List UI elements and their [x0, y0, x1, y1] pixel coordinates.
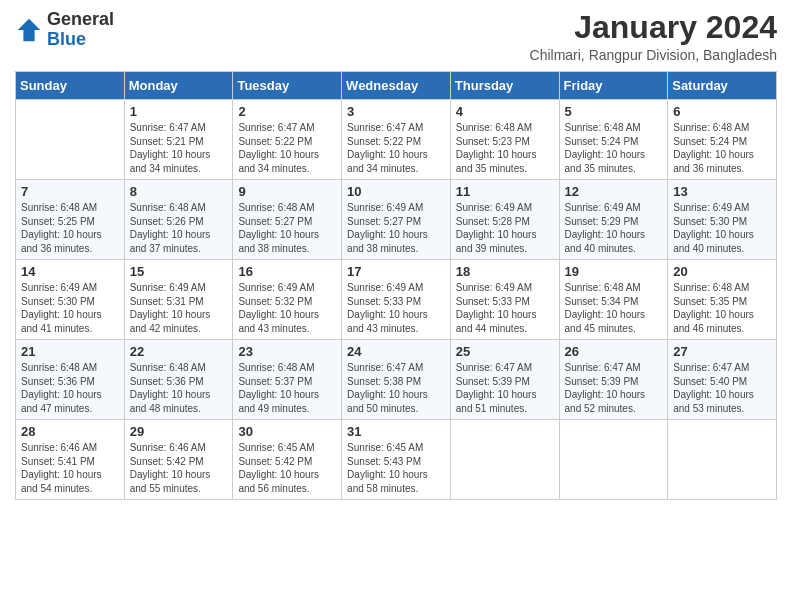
- calendar-body: 1Sunrise: 6:47 AM Sunset: 5:21 PM Daylig…: [16, 100, 777, 500]
- calendar-cell: 2Sunrise: 6:47 AM Sunset: 5:22 PM Daylig…: [233, 100, 342, 180]
- header-cell-sunday: Sunday: [16, 72, 125, 100]
- calendar-cell: 6Sunrise: 6:48 AM Sunset: 5:24 PM Daylig…: [668, 100, 777, 180]
- header-cell-wednesday: Wednesday: [342, 72, 451, 100]
- calendar-week-4: 21Sunrise: 6:48 AM Sunset: 5:36 PM Dayli…: [16, 340, 777, 420]
- calendar-title: January 2024: [530, 10, 777, 45]
- calendar-cell: 15Sunrise: 6:49 AM Sunset: 5:31 PM Dayli…: [124, 260, 233, 340]
- logo-text: General Blue: [47, 10, 114, 50]
- calendar-cell: 20Sunrise: 6:48 AM Sunset: 5:35 PM Dayli…: [668, 260, 777, 340]
- day-number: 9: [238, 184, 336, 199]
- header-cell-friday: Friday: [559, 72, 668, 100]
- day-info: Sunrise: 6:49 AM Sunset: 5:30 PM Dayligh…: [21, 281, 119, 335]
- day-number: 26: [565, 344, 663, 359]
- day-info: Sunrise: 6:47 AM Sunset: 5:22 PM Dayligh…: [347, 121, 445, 175]
- day-info: Sunrise: 6:48 AM Sunset: 5:24 PM Dayligh…: [673, 121, 771, 175]
- logo-blue: Blue: [47, 29, 86, 49]
- page-header: General Blue January 2024 Chilmari, Rang…: [15, 10, 777, 63]
- calendar-header: SundayMondayTuesdayWednesdayThursdayFrid…: [16, 72, 777, 100]
- header-cell-saturday: Saturday: [668, 72, 777, 100]
- day-number: 19: [565, 264, 663, 279]
- day-info: Sunrise: 6:48 AM Sunset: 5:24 PM Dayligh…: [565, 121, 663, 175]
- day-number: 7: [21, 184, 119, 199]
- day-number: 1: [130, 104, 228, 119]
- calendar-cell: 22Sunrise: 6:48 AM Sunset: 5:36 PM Dayli…: [124, 340, 233, 420]
- day-number: 27: [673, 344, 771, 359]
- day-info: Sunrise: 6:47 AM Sunset: 5:21 PM Dayligh…: [130, 121, 228, 175]
- header-cell-thursday: Thursday: [450, 72, 559, 100]
- calendar-cell: 5Sunrise: 6:48 AM Sunset: 5:24 PM Daylig…: [559, 100, 668, 180]
- day-info: Sunrise: 6:47 AM Sunset: 5:39 PM Dayligh…: [565, 361, 663, 415]
- day-info: Sunrise: 6:49 AM Sunset: 5:31 PM Dayligh…: [130, 281, 228, 335]
- day-info: Sunrise: 6:45 AM Sunset: 5:43 PM Dayligh…: [347, 441, 445, 495]
- calendar-table: SundayMondayTuesdayWednesdayThursdayFrid…: [15, 71, 777, 500]
- day-info: Sunrise: 6:49 AM Sunset: 5:28 PM Dayligh…: [456, 201, 554, 255]
- day-info: Sunrise: 6:48 AM Sunset: 5:35 PM Dayligh…: [673, 281, 771, 335]
- calendar-cell: 25Sunrise: 6:47 AM Sunset: 5:39 PM Dayli…: [450, 340, 559, 420]
- calendar-cell: [668, 420, 777, 500]
- day-number: 20: [673, 264, 771, 279]
- calendar-cell: 19Sunrise: 6:48 AM Sunset: 5:34 PM Dayli…: [559, 260, 668, 340]
- calendar-cell: 4Sunrise: 6:48 AM Sunset: 5:23 PM Daylig…: [450, 100, 559, 180]
- calendar-cell: 29Sunrise: 6:46 AM Sunset: 5:42 PM Dayli…: [124, 420, 233, 500]
- day-info: Sunrise: 6:47 AM Sunset: 5:38 PM Dayligh…: [347, 361, 445, 415]
- day-info: Sunrise: 6:45 AM Sunset: 5:42 PM Dayligh…: [238, 441, 336, 495]
- day-info: Sunrise: 6:48 AM Sunset: 5:26 PM Dayligh…: [130, 201, 228, 255]
- calendar-cell: 31Sunrise: 6:45 AM Sunset: 5:43 PM Dayli…: [342, 420, 451, 500]
- svg-marker-0: [18, 19, 40, 41]
- day-number: 22: [130, 344, 228, 359]
- logo-general: General: [47, 9, 114, 29]
- day-info: Sunrise: 6:48 AM Sunset: 5:27 PM Dayligh…: [238, 201, 336, 255]
- title-block: January 2024 Chilmari, Rangpur Division,…: [530, 10, 777, 63]
- day-number: 2: [238, 104, 336, 119]
- calendar-cell: 26Sunrise: 6:47 AM Sunset: 5:39 PM Dayli…: [559, 340, 668, 420]
- calendar-cell: 7Sunrise: 6:48 AM Sunset: 5:25 PM Daylig…: [16, 180, 125, 260]
- day-info: Sunrise: 6:46 AM Sunset: 5:41 PM Dayligh…: [21, 441, 119, 495]
- calendar-week-2: 7Sunrise: 6:48 AM Sunset: 5:25 PM Daylig…: [16, 180, 777, 260]
- calendar-cell: 28Sunrise: 6:46 AM Sunset: 5:41 PM Dayli…: [16, 420, 125, 500]
- day-number: 17: [347, 264, 445, 279]
- calendar-cell: 18Sunrise: 6:49 AM Sunset: 5:33 PM Dayli…: [450, 260, 559, 340]
- calendar-week-1: 1Sunrise: 6:47 AM Sunset: 5:21 PM Daylig…: [16, 100, 777, 180]
- day-number: 6: [673, 104, 771, 119]
- day-number: 23: [238, 344, 336, 359]
- day-info: Sunrise: 6:48 AM Sunset: 5:25 PM Dayligh…: [21, 201, 119, 255]
- day-number: 10: [347, 184, 445, 199]
- calendar-subtitle: Chilmari, Rangpur Division, Bangladesh: [530, 47, 777, 63]
- day-number: 15: [130, 264, 228, 279]
- day-info: Sunrise: 6:48 AM Sunset: 5:34 PM Dayligh…: [565, 281, 663, 335]
- day-number: 12: [565, 184, 663, 199]
- day-number: 30: [238, 424, 336, 439]
- day-number: 13: [673, 184, 771, 199]
- day-info: Sunrise: 6:49 AM Sunset: 5:27 PM Dayligh…: [347, 201, 445, 255]
- day-number: 11: [456, 184, 554, 199]
- day-info: Sunrise: 6:47 AM Sunset: 5:40 PM Dayligh…: [673, 361, 771, 415]
- calendar-cell: [559, 420, 668, 500]
- header-cell-tuesday: Tuesday: [233, 72, 342, 100]
- calendar-cell: 13Sunrise: 6:49 AM Sunset: 5:30 PM Dayli…: [668, 180, 777, 260]
- day-info: Sunrise: 6:49 AM Sunset: 5:32 PM Dayligh…: [238, 281, 336, 335]
- day-info: Sunrise: 6:49 AM Sunset: 5:29 PM Dayligh…: [565, 201, 663, 255]
- day-number: 5: [565, 104, 663, 119]
- calendar-cell: 12Sunrise: 6:49 AM Sunset: 5:29 PM Dayli…: [559, 180, 668, 260]
- calendar-cell: 10Sunrise: 6:49 AM Sunset: 5:27 PM Dayli…: [342, 180, 451, 260]
- day-info: Sunrise: 6:47 AM Sunset: 5:22 PM Dayligh…: [238, 121, 336, 175]
- calendar-cell: 21Sunrise: 6:48 AM Sunset: 5:36 PM Dayli…: [16, 340, 125, 420]
- calendar-cell: 27Sunrise: 6:47 AM Sunset: 5:40 PM Dayli…: [668, 340, 777, 420]
- logo-icon: [15, 16, 43, 44]
- calendar-cell: 23Sunrise: 6:48 AM Sunset: 5:37 PM Dayli…: [233, 340, 342, 420]
- logo: General Blue: [15, 10, 114, 50]
- day-info: Sunrise: 6:48 AM Sunset: 5:23 PM Dayligh…: [456, 121, 554, 175]
- day-number: 21: [21, 344, 119, 359]
- day-number: 29: [130, 424, 228, 439]
- day-info: Sunrise: 6:48 AM Sunset: 5:36 PM Dayligh…: [130, 361, 228, 415]
- day-number: 16: [238, 264, 336, 279]
- day-number: 3: [347, 104, 445, 119]
- calendar-cell: 1Sunrise: 6:47 AM Sunset: 5:21 PM Daylig…: [124, 100, 233, 180]
- day-info: Sunrise: 6:48 AM Sunset: 5:37 PM Dayligh…: [238, 361, 336, 415]
- calendar-week-5: 28Sunrise: 6:46 AM Sunset: 5:41 PM Dayli…: [16, 420, 777, 500]
- header-row: SundayMondayTuesdayWednesdayThursdayFrid…: [16, 72, 777, 100]
- day-number: 28: [21, 424, 119, 439]
- calendar-cell: 16Sunrise: 6:49 AM Sunset: 5:32 PM Dayli…: [233, 260, 342, 340]
- day-number: 18: [456, 264, 554, 279]
- calendar-cell: [16, 100, 125, 180]
